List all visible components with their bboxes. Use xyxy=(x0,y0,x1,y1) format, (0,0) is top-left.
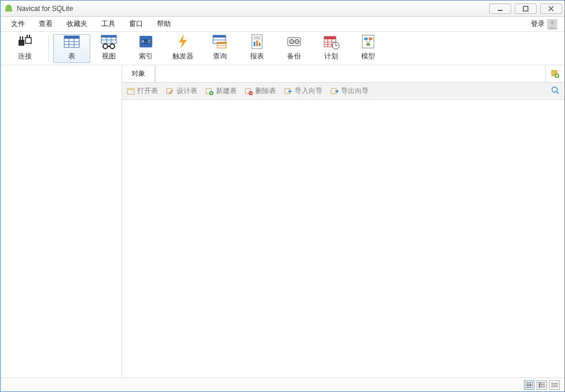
toolbar-query[interactable]: 查询 xyxy=(201,34,239,63)
window-controls xyxy=(489,3,562,14)
app-window: Navicat for SQLite 文件 查看 收藏夹 工具 窗口 帮助 登录 xyxy=(0,0,565,392)
toolbar-table-label: 表 xyxy=(68,51,75,61)
lightning-icon xyxy=(173,33,193,50)
action-export-label: 导出向导 xyxy=(341,86,369,96)
export-icon xyxy=(331,87,339,95)
action-open-table[interactable]: 打开表 xyxy=(127,86,158,96)
close-button[interactable] xyxy=(540,3,562,14)
toolbar-model-label: 模型 xyxy=(361,51,375,61)
toolbar-connect[interactable]: 连接 xyxy=(6,34,43,63)
svg-rect-37 xyxy=(259,43,261,46)
new-tab-button[interactable] xyxy=(546,65,564,82)
tab-object[interactable]: 对象 xyxy=(122,65,155,82)
toolbar-schedule[interactable]: 计划 xyxy=(313,34,350,63)
toolbar-backup[interactable]: 备份 xyxy=(276,34,313,63)
search-icon xyxy=(551,86,560,95)
toolbar-index[interactable]: A - Z 索引 xyxy=(127,34,164,63)
svg-rect-10 xyxy=(64,36,79,39)
statusbar xyxy=(1,378,564,391)
right-pane: 对象 打开表 xyxy=(122,65,564,378)
action-new-table-label: 新建表 xyxy=(216,86,237,96)
svg-rect-54 xyxy=(369,38,372,40)
svg-rect-0 xyxy=(498,10,502,11)
svg-rect-44 xyxy=(324,36,336,39)
svg-rect-5 xyxy=(22,36,23,40)
toolbar-view-label: 视图 xyxy=(102,51,116,61)
login-button[interactable]: 登录 xyxy=(527,17,561,31)
app-icon xyxy=(4,4,13,13)
svg-rect-6 xyxy=(25,38,31,43)
import-icon xyxy=(284,87,292,95)
menu-file[interactable]: 文件 xyxy=(4,17,32,31)
toolbar-connect-label: 连接 xyxy=(18,51,32,61)
svg-rect-30 xyxy=(217,42,226,44)
open-table-icon xyxy=(127,87,135,95)
report-icon xyxy=(247,33,267,50)
action-export-wizard[interactable]: 导出向导 xyxy=(331,86,369,96)
minimize-button[interactable] xyxy=(489,3,511,14)
svg-rect-1 xyxy=(523,6,528,11)
toolbar-trigger-label: 触发器 xyxy=(173,51,193,61)
svg-rect-36 xyxy=(256,40,258,46)
menu-window[interactable]: 窗口 xyxy=(122,17,150,31)
view-mode-grid[interactable] xyxy=(524,380,534,390)
toolbar-backup-label: 备份 xyxy=(287,51,301,61)
avatar-icon xyxy=(547,19,557,29)
menu-tools[interactable]: 工具 xyxy=(94,17,122,31)
calendar-clock-icon xyxy=(321,33,341,50)
action-import-wizard[interactable]: 导入向导 xyxy=(284,86,322,96)
toolbar-trigger[interactable]: 触发器 xyxy=(164,34,201,63)
plug-icon xyxy=(15,33,35,50)
object-actionbar: 打开表 设计表 新建表 xyxy=(122,83,564,100)
menu-view[interactable]: 查看 xyxy=(32,17,60,31)
toolbar-model[interactable]: 模型 xyxy=(350,34,387,63)
toolbar-separator xyxy=(48,35,49,62)
titlebar: Navicat for SQLite xyxy=(1,1,564,17)
index-icon: A - Z xyxy=(136,33,156,50)
toolbar-table[interactable]: 表 xyxy=(53,34,90,63)
svg-rect-53 xyxy=(364,38,368,40)
table-icon xyxy=(62,33,82,50)
design-table-icon xyxy=(166,87,174,95)
new-tab-icon xyxy=(551,69,560,79)
toolbar-report-label: 报表 xyxy=(250,51,264,61)
object-tabs: 对象 xyxy=(122,65,564,83)
action-design-table-label: 设计表 xyxy=(177,86,197,96)
svg-rect-7 xyxy=(27,35,28,38)
window-title: Navicat for SQLite xyxy=(17,5,489,13)
login-label: 登录 xyxy=(531,19,545,29)
menu-favorites[interactable]: 收藏夹 xyxy=(60,17,94,31)
svg-point-41 xyxy=(291,41,292,42)
detail-view-icon xyxy=(551,382,558,388)
svg-point-42 xyxy=(296,41,298,42)
action-delete-table-label: 删除表 xyxy=(255,86,276,96)
svg-rect-35 xyxy=(254,42,255,46)
connection-tree[interactable] xyxy=(1,65,122,378)
view-mode-list[interactable] xyxy=(537,380,547,390)
svg-rect-52 xyxy=(362,35,374,48)
object-search-button[interactable] xyxy=(551,86,560,97)
svg-rect-63 xyxy=(127,88,134,90)
svg-point-21 xyxy=(110,44,115,49)
toolbar-report[interactable]: 报表 xyxy=(239,34,276,63)
menu-help[interactable]: 帮助 xyxy=(150,17,178,31)
view-mode-detail[interactable] xyxy=(549,380,560,390)
model-icon xyxy=(358,33,378,50)
delete-table-icon xyxy=(245,87,253,95)
maximize-button[interactable] xyxy=(515,3,537,14)
action-delete-table[interactable]: 删除表 xyxy=(245,86,276,96)
menubar: 文件 查看 收藏夹 工具 窗口 帮助 登录 xyxy=(1,17,564,32)
action-design-table[interactable]: 设计表 xyxy=(166,86,197,96)
svg-rect-16 xyxy=(101,35,116,38)
svg-point-74 xyxy=(552,87,557,93)
toolbar-view[interactable]: 视图 xyxy=(90,34,127,63)
object-list-area[interactable] xyxy=(122,100,564,378)
tab-object-label: 对象 xyxy=(131,69,145,79)
svg-rect-3 xyxy=(19,40,24,46)
backup-icon xyxy=(284,33,304,50)
query-icon xyxy=(210,33,230,50)
new-table-icon xyxy=(206,87,214,95)
action-new-table[interactable]: 新建表 xyxy=(206,86,237,96)
svg-rect-27 xyxy=(213,35,226,38)
tab-blank-area xyxy=(155,65,546,82)
